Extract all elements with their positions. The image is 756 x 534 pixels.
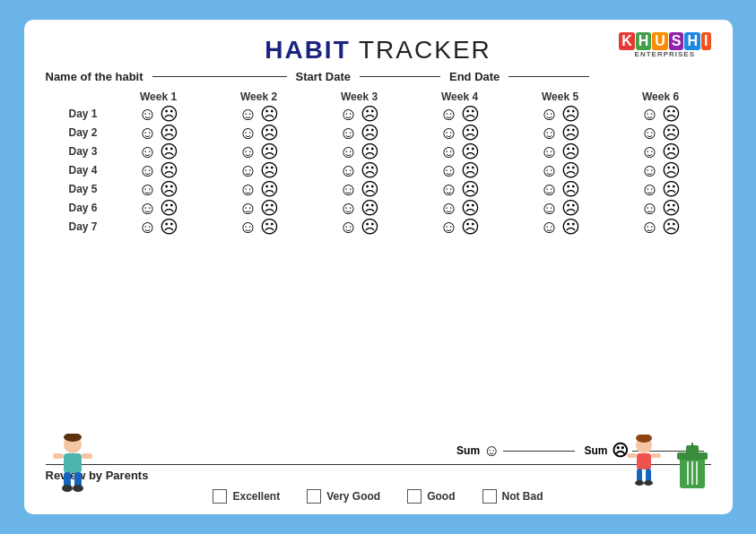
svg-rect-3 (53, 453, 64, 459)
day1-week3[interactable]: ☺☹ (309, 105, 410, 123)
svg-rect-11 (637, 453, 651, 469)
page-title: HABIT TRACKER (265, 36, 491, 65)
day6-week5[interactable]: ☺☹ (510, 199, 611, 217)
day-4-label: Day 4 (46, 164, 109, 177)
day3-week1[interactable]: ☺☹ (109, 142, 209, 160)
logo-subtitle: ENTERPRISES (635, 50, 695, 58)
day3-week3[interactable]: ☺☹ (309, 142, 410, 160)
svg-point-17 (644, 480, 653, 486)
day1-week2[interactable]: ☺☹ (209, 105, 309, 123)
day-5-label: Day 5 (46, 183, 109, 195)
week-4-label: Week 4 (410, 90, 510, 103)
sad-icon: ☹ (260, 105, 279, 123)
logo-h: H (636, 32, 652, 50)
day7-week1[interactable]: ☺☹ (109, 218, 209, 236)
day6-week6[interactable]: ☺☹ (611, 199, 711, 217)
legend-notbad-label: Not Bad (502, 490, 543, 503)
day5-week1[interactable]: ☺☹ (109, 180, 209, 198)
day2-week6[interactable]: ☺☹ (611, 124, 711, 142)
day4-week1[interactable]: ☺☹ (109, 161, 209, 179)
day7-week3[interactable]: ☺☹ (309, 218, 410, 236)
day7-week6[interactable]: ☺☹ (611, 218, 711, 236)
happy-icon: ☺ (339, 105, 357, 123)
day7-week4[interactable]: ☺☹ (410, 218, 510, 236)
day-2-row: Day 2 ☺☹ ☺☹ ☺☹ ☺☹ ☺☹ ☺☹ (46, 124, 711, 142)
day3-week5[interactable]: ☺☹ (510, 142, 611, 160)
sum-happy-label: Sum (456, 444, 480, 457)
day2-week5[interactable]: ☺☹ (510, 124, 611, 142)
week-3-label: Week 3 (309, 90, 410, 103)
checkbox-notbad[interactable] (482, 489, 497, 504)
review-section: Review by Parents (46, 464, 711, 486)
day7-week2[interactable]: ☺☹ (209, 218, 309, 236)
sum-happy-block: Sum ☺ (456, 443, 575, 459)
day-3-label: Day 3 (46, 145, 109, 158)
day1-week6[interactable]: ☺☹ (611, 105, 711, 123)
day4-week3[interactable]: ☺☹ (309, 161, 410, 179)
day4-week4[interactable]: ☺☹ (410, 161, 510, 179)
logo-text: K H U S H I (619, 32, 710, 50)
happy-icon: ☺ (138, 105, 156, 123)
start-label: Start Date (296, 70, 351, 83)
day2-week4[interactable]: ☺☹ (410, 124, 510, 142)
checkbox-excellent[interactable] (213, 489, 227, 504)
sad-icon: ☹ (361, 105, 379, 123)
day1-week4[interactable]: ☺☹ (410, 105, 510, 123)
happy-icon: ☺ (439, 105, 457, 123)
day4-week6[interactable]: ☺☹ (611, 161, 711, 179)
day2-week2[interactable]: ☺☹ (209, 124, 309, 142)
day6-week3[interactable]: ☺☹ (309, 199, 410, 217)
day6-week1[interactable]: ☺☹ (109, 199, 209, 217)
day6-week4[interactable]: ☺☹ (410, 199, 510, 217)
happy-icon: ☺ (239, 105, 256, 123)
svg-rect-13 (651, 453, 661, 458)
sad-icon: ☹ (561, 105, 580, 123)
logo-i: I (701, 32, 710, 50)
legend-excellent-label: Excellent (232, 490, 280, 503)
week-1-label: Week 1 (109, 90, 209, 103)
legend-verygood-label: Very Good (326, 490, 380, 503)
start-date-line (360, 76, 440, 77)
day2-week3[interactable]: ☺☹ (309, 124, 410, 142)
day-6-label: Day 6 (46, 202, 109, 214)
day5-week2[interactable]: ☺☹ (209, 180, 309, 198)
sum-sad-label: Sum (584, 444, 607, 457)
svg-rect-21 (691, 443, 693, 448)
logo-h2: H (684, 32, 700, 50)
sum-happy-icon: ☺ (483, 443, 500, 459)
title-bold: HABIT (265, 36, 351, 64)
svg-rect-12 (627, 453, 637, 458)
day3-week4[interactable]: ☺☹ (410, 142, 510, 160)
checkbox-verygood[interactable] (307, 489, 321, 504)
day4-week2[interactable]: ☺☹ (209, 161, 309, 179)
sad-icon: ☹ (662, 105, 681, 123)
day1-week5[interactable]: ☺☹ (510, 105, 611, 123)
week-5-label: Week 5 (510, 90, 611, 103)
legend-verygood: Very Good (307, 489, 380, 504)
legend-excellent: Excellent (213, 489, 280, 504)
day3-week6[interactable]: ☺☹ (611, 142, 711, 160)
header: HABIT TRACKER K H U S H I ENTERPRISES (46, 36, 711, 65)
logo-s: S (669, 32, 684, 50)
day-7-label: Day 7 (46, 220, 109, 233)
day1-week1[interactable]: ☺☹ (109, 105, 209, 123)
week-6-label: Week 6 (611, 90, 711, 103)
info-row: Name of the habit Start Date End Date (46, 70, 711, 83)
legend-good-label: Good (427, 490, 455, 503)
logo: K H U S H I ENTERPRISES (619, 32, 710, 58)
day5-week4[interactable]: ☺☹ (410, 180, 510, 198)
day4-week5[interactable]: ☺☹ (510, 161, 611, 179)
day5-week3[interactable]: ☺☹ (309, 180, 410, 198)
week-header-row: Week 1 Week 2 Week 3 Week 4 Week 5 Week … (46, 90, 711, 103)
day5-week5[interactable]: ☺☹ (510, 180, 611, 198)
day-3-row: Day 3 ☺☹ ☺☹ ☺☹ ☺☹ ☺☹ ☺☹ (46, 142, 711, 160)
day6-week2[interactable]: ☺☹ (209, 199, 309, 217)
day7-week5[interactable]: ☺☹ (510, 218, 611, 236)
habit-tracker-card: HABIT TRACKER K H U S H I ENTERPRISES Na… (24, 20, 733, 514)
day5-week6[interactable]: ☺☹ (611, 180, 711, 198)
day3-week2[interactable]: ☺☹ (209, 142, 309, 160)
day2-week1[interactable]: ☺☹ (109, 124, 209, 142)
checkbox-good[interactable] (407, 489, 421, 504)
kid-left-decoration (46, 434, 100, 505)
day-2-label: Day 2 (46, 126, 109, 139)
